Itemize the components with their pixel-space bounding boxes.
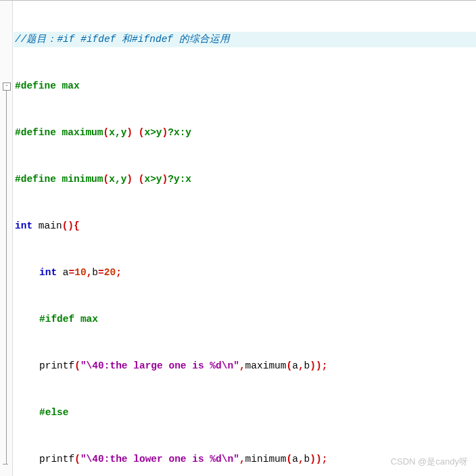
fold-toggle-main[interactable]: - <box>3 82 11 91</box>
kw-int: int <box>15 220 32 231</box>
define-minimum: #define minimum <box>15 174 103 185</box>
comment-line: //题目：#if #ifdef 和#ifndef 的综合运用 <box>15 34 230 45</box>
fold-gutter: - <box>0 1 13 476</box>
code-content: //题目：#if #ifdef 和#ifndef 的综合运用 #define m… <box>14 1 476 476</box>
define-max: #define max <box>15 80 80 91</box>
code-editor: - //题目：#if #ifdef 和#ifndef 的综合运用 #define… <box>0 0 476 476</box>
define-maximum: #define maximum <box>15 127 103 138</box>
ifdef-max: #ifdef max <box>39 314 98 325</box>
